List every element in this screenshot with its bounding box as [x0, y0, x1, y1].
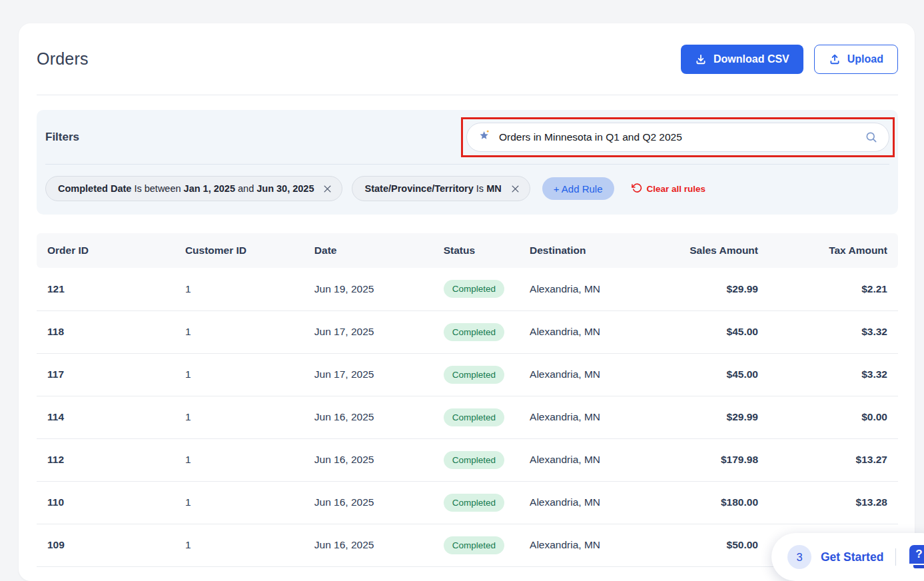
filters-panel: Filters Completed Date Is between Jan 1,…	[37, 110, 898, 215]
customer-id-cell: 1	[175, 524, 304, 566]
order-id-cell: 118	[37, 310, 175, 353]
order-id-cell: 121	[37, 268, 175, 310]
status-badge: Completed	[444, 408, 504, 426]
get-started-label: Get Started	[821, 550, 883, 564]
status-badge: Completed	[444, 323, 504, 341]
search-input[interactable]	[499, 131, 857, 143]
tax-amount-cell: $13.27	[769, 438, 898, 481]
column-header-order-id: Order ID	[37, 233, 175, 268]
date-cell: Jun 16, 2025	[304, 481, 433, 524]
status-cell: Completed	[433, 268, 519, 310]
chat-bubble-question-icon: ?	[908, 544, 924, 565]
customer-id-cell: 1	[175, 353, 304, 396]
reset-icon	[632, 183, 642, 195]
order-id-cell: 112	[37, 438, 175, 481]
header-actions: Download CSV Upload	[681, 45, 898, 74]
table-row: 110 1 Jun 16, 2025 Completed Alexandria,…	[37, 481, 898, 524]
date-cell: Jun 16, 2025	[304, 524, 433, 566]
sales-amount-cell: $29.99	[666, 268, 769, 310]
status-cell: Completed	[433, 353, 519, 396]
search-annotation-highlight	[461, 117, 895, 157]
destination-cell: Alexandria, MN	[519, 438, 666, 481]
table-row: 112 1 Jun 16, 2025 Completed Alexandria,…	[37, 438, 898, 481]
remove-rule-button[interactable]	[510, 184, 520, 194]
column-header-customer-id: Customer ID	[175, 233, 304, 268]
column-header-tax-amount: Tax Amount	[769, 233, 898, 268]
customer-id-cell: 1	[175, 481, 304, 524]
orders-page-card: Orders Download CSV Upload Filters	[19, 23, 915, 581]
sales-amount-cell: $45.00	[666, 310, 769, 353]
filters-header: Filters	[45, 110, 889, 165]
destination-cell: Alexandria, MN	[519, 310, 666, 353]
status-cell: Completed	[433, 481, 519, 524]
filters-title: Filters	[45, 131, 79, 144]
column-header-date: Date	[304, 233, 433, 268]
tax-amount-cell: $3.32	[769, 353, 898, 396]
upload-icon	[829, 53, 841, 65]
page-title: Orders	[37, 49, 89, 69]
get-started-widget[interactable]: 3 Get Started ?	[771, 533, 924, 581]
order-id-cell: 114	[37, 396, 175, 438]
upload-button[interactable]: Upload	[814, 45, 898, 74]
sales-amount-cell: $180.00	[666, 481, 769, 524]
status-cell: Completed	[433, 524, 519, 566]
destination-cell: Alexandria, MN	[519, 524, 666, 566]
status-cell: Completed	[433, 310, 519, 353]
table-row: 114 1 Jun 16, 2025 Completed Alexandria,…	[37, 396, 898, 438]
sales-amount-cell: $45.00	[666, 353, 769, 396]
destination-cell: Alexandria, MN	[519, 268, 666, 310]
rule-text: Completed Date Is between Jan 1, 2025 an…	[58, 183, 314, 194]
date-cell: Jun 17, 2025	[304, 353, 433, 396]
date-cell: Jun 19, 2025	[304, 268, 433, 310]
sales-amount-cell: $179.98	[666, 438, 769, 481]
order-id-cell: 109	[37, 524, 175, 566]
help-chat-icon[interactable]: ?	[908, 544, 924, 570]
tax-amount-cell: $0.00	[769, 396, 898, 438]
column-header-sales-amount: Sales Amount	[666, 233, 769, 268]
status-cell: Completed	[433, 438, 519, 481]
download-csv-button[interactable]: Download CSV	[681, 45, 803, 74]
orders-table-head: Order IDCustomer IDDateStatusDestination…	[37, 233, 898, 268]
ai-search-box[interactable]	[466, 123, 889, 152]
order-id-cell: 117	[37, 353, 175, 396]
status-badge: Completed	[444, 494, 504, 512]
status-cell: Completed	[433, 396, 519, 438]
rule-text: State/Province/Territory Is MN	[364, 183, 501, 194]
date-cell: Jun 17, 2025	[304, 310, 433, 353]
date-cell: Jun 16, 2025	[304, 438, 433, 481]
upload-label: Upload	[847, 53, 883, 65]
status-badge: Completed	[444, 366, 504, 384]
customer-id-cell: 1	[175, 310, 304, 353]
download-icon	[695, 53, 707, 65]
orders-table-body: 121 1 Jun 19, 2025 Completed Alexandria,…	[37, 268, 898, 566]
customer-id-cell: 1	[175, 438, 304, 481]
remove-rule-button[interactable]	[322, 184, 332, 194]
tax-amount-cell: $13.28	[769, 481, 898, 524]
table-row: 117 1 Jun 17, 2025 Completed Alexandria,…	[37, 353, 898, 396]
filter-rules-row: Completed Date Is between Jan 1, 2025 an…	[45, 165, 889, 215]
clear-all-rules-button[interactable]: Clear all rules	[632, 183, 706, 195]
sales-amount-cell: $50.00	[666, 524, 769, 566]
page-header: Orders Download CSV Upload	[37, 23, 898, 95]
column-header-destination: Destination	[519, 233, 666, 268]
customer-id-cell: 1	[175, 396, 304, 438]
filter-rule-chip[interactable]: Completed Date Is between Jan 1, 2025 an…	[45, 176, 342, 201]
clear-all-rules-label: Clear all rules	[647, 184, 706, 194]
destination-cell: Alexandria, MN	[519, 353, 666, 396]
orders-table: Order IDCustomer IDDateStatusDestination…	[37, 233, 898, 567]
tax-amount-cell: $3.32	[769, 310, 898, 353]
filter-rule-chip[interactable]: State/Province/Territory Is MN	[352, 176, 530, 201]
get-started-count-badge: 3	[787, 545, 811, 569]
order-id-cell: 110	[37, 481, 175, 524]
download-csv-label: Download CSV	[713, 53, 789, 65]
ai-sparkle-star-icon	[478, 129, 492, 145]
table-row: 121 1 Jun 19, 2025 Completed Alexandria,…	[37, 268, 898, 310]
add-rule-button[interactable]: + Add Rule	[542, 177, 614, 200]
filter-rules: Completed Date Is between Jan 1, 2025 an…	[45, 176, 530, 201]
customer-id-cell: 1	[175, 268, 304, 310]
status-badge: Completed	[444, 536, 504, 554]
destination-cell: Alexandria, MN	[519, 396, 666, 438]
search-submit-button[interactable]	[865, 131, 878, 144]
table-row: 109 1 Jun 16, 2025 Completed Alexandria,…	[37, 524, 898, 566]
widget-divider	[895, 548, 896, 566]
